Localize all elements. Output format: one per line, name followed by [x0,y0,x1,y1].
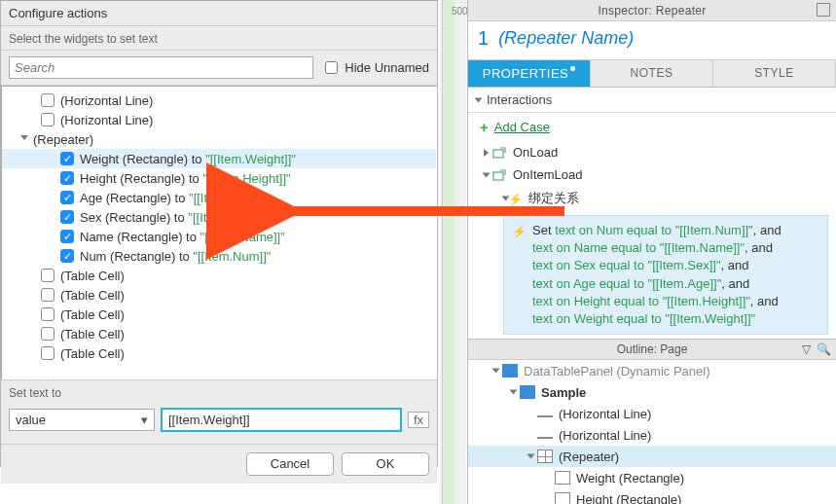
search-input[interactable] [9,56,313,79]
outline-row[interactable]: DataTablePanel (Dynamic Panel) [468,360,836,381]
ruler-tick: 500 [452,6,468,17]
chevron-icon[interactable] [19,133,31,145]
svg-rect-0 [493,150,503,158]
case-name: 绑定关系 [528,190,579,207]
interactions-section-header[interactable]: Interactions [468,88,836,113]
tree-item-label: (Table Cell) [60,307,125,322]
outline-row[interactable]: (Horizontal Line) [468,424,836,446]
checkbox[interactable] [60,152,74,165]
action-set-text[interactable]: Set text on Num equal to "[[Item.Num]]",… [503,215,828,335]
action-text: Set text on Num equal to "[[Item.Num]]",… [532,222,781,328]
checkbox[interactable] [41,307,55,321]
event-icon [492,168,507,182]
checkbox[interactable] [41,327,55,341]
rect-icon [555,471,570,485]
popout-icon[interactable] [817,3,830,17]
outline-item-label: (Repeater) [559,450,619,464]
tree-row[interactable]: (Repeater) [2,129,436,149]
ok-button[interactable]: OK [342,452,429,476]
chevron-icon[interactable] [492,369,500,374]
set-text-type-dropdown[interactable]: value ▾ [9,409,155,431]
tree-item-label: (Table Cell) [60,288,125,303]
checkbox[interactable] [41,269,55,282]
inspector-tabs: PROPERTIES NOTES STYLE [468,60,836,88]
outline-title-bar: Outline: Page ▽ 🔍 [468,339,836,360]
tree-row[interactable]: Age (Rectangle) to "[[Item.Age]]" [2,188,436,207]
selection-header: 1 (Repeater Name) [468,21,836,60]
tree-row[interactable]: Name (Rectangle) to "[[Item.Name]]" [2,227,436,246]
interactions-label: Interactions [487,92,552,107]
dialog-title: Configure actions [1,1,437,26]
tree-row[interactable]: Num (Rectangle) to "[[Item.Num]]" [2,246,436,266]
tree-row[interactable]: (Horizontal Line) [2,110,436,129]
tree-item-label: (Table Cell) [60,346,125,361]
dialog-subtitle: Select the widgets to set text [1,26,437,51]
fx-button[interactable]: fx [408,412,429,428]
outline-item-label: DataTablePanel (Dynamic Panel) [524,364,709,378]
outline-row[interactable]: (Horizontal Line) [468,403,836,424]
tree-item-label: (Table Cell) [60,269,125,283]
checkbox[interactable] [60,230,74,243]
tree-item-label: (Repeater) [33,132,93,147]
checkbox[interactable] [41,113,55,126]
chevron-icon[interactable] [527,454,535,459]
event-onload[interactable]: OnLoad [468,141,836,163]
chevron-icon[interactable] [510,390,518,395]
hide-unnamed-label: Hide Unnamed [345,60,429,75]
checkbox[interactable] [60,210,74,224]
set-text-controls: value ▾ [[Item.Weight]] fx [1,404,437,444]
cancel-button[interactable]: Cancel [246,452,334,476]
checkbox[interactable] [41,288,55,302]
outline-row[interactable]: Height (Rectangle) [468,488,836,504]
outline-row[interactable]: Weight (Rectangle) [468,467,836,488]
hide-unnamed-option[interactable]: Hide Unnamed [321,58,429,77]
checkbox[interactable] [41,346,55,360]
tree-row[interactable]: (Table Cell) [2,266,436,285]
value-input[interactable]: [[Item.Weight]] [161,408,402,432]
outline-row[interactable]: Sample [468,381,836,403]
tab-properties[interactable]: PROPERTIES [468,60,591,87]
folder-icon [502,364,518,378]
outline-item-label: Weight (Rectangle) [576,471,684,486]
tree-row[interactable]: Height (Rectangle) to "[[Item.Height]]" [2,168,436,188]
add-case-button[interactable]: + Add Case [468,113,836,141]
event-onitemload[interactable]: OnItemLoad [468,163,836,186]
selection-name[interactable]: (Repeater Name) [498,28,634,49]
tree-row[interactable]: (Table Cell) [2,324,436,343]
checkbox[interactable] [60,249,74,263]
filter-icon[interactable]: ▽ [799,342,813,356]
inspector-panel: Inspector: Repeater 1 (Repeater Name) PR… [467,0,836,504]
checkbox[interactable] [60,191,74,204]
hide-unnamed-checkbox[interactable] [325,61,338,74]
value-input-wrapper: [[Item.Weight]] [161,408,402,432]
plus-icon: + [480,119,489,135]
checkbox[interactable] [60,171,74,185]
tree-row[interactable]: (Table Cell) [2,285,436,305]
tree-row[interactable]: (Table Cell) [2,305,436,324]
outline-row[interactable]: (Repeater) [468,446,836,467]
folder-icon [520,385,535,399]
tree-item-label: (Horizontal Line) [60,93,153,108]
checkbox[interactable] [41,93,55,107]
event-icon [492,146,507,160]
tree-row[interactable]: Weight (Rectangle) to "[[Item.Weight]]" [2,149,436,168]
lightning-icon [508,192,523,205]
tree-item-label: Num (Rectangle) to "[[Item.Num]]" [80,249,271,264]
tree-row[interactable]: Sex (Rectangle) to "[[Item.Sex]]" [2,207,436,227]
tree-item-label: (Table Cell) [60,327,125,342]
chevron-down-icon: ▾ [141,413,148,427]
tab-notes[interactable]: NOTES [591,60,713,87]
tree-item-label: Name (Rectangle) to "[[Item.Name]]" [80,230,285,244]
tab-style[interactable]: STYLE [713,60,836,87]
search-icon[interactable]: 🔍 [817,342,830,356]
outline-item-label: (Horizontal Line) [559,428,651,443]
lightning-icon [512,223,527,328]
case-row[interactable]: 绑定关系 [468,186,836,211]
outline-item-label: (Horizontal Line) [559,407,651,421]
tree-row[interactable]: (Table Cell) [2,343,436,363]
outline-item-label: Height (Rectangle) [576,492,681,504]
tree-row[interactable]: (Horizontal Line) [2,90,436,110]
search-row: Hide Unnamed [1,51,437,86]
widget-tree[interactable]: (Horizontal Line)(Horizontal Line)(Repea… [1,86,437,379]
outline-tree[interactable]: DataTablePanel (Dynamic Panel)Sample(Hor… [468,360,836,504]
